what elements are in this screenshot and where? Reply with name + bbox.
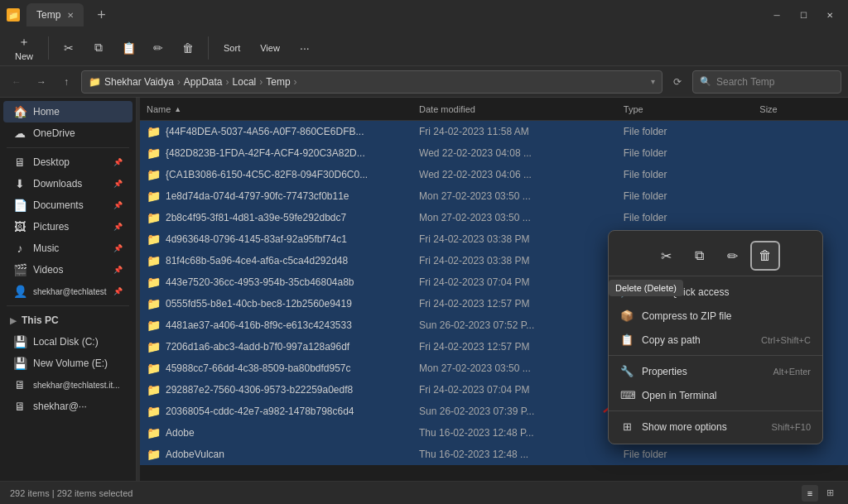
table-row[interactable]: 📁 AdobeVulcan Thu 16-02-2023 12:48 ... F… [140, 444, 848, 465]
ctx-properties-item[interactable]: 🔧 Properties Alt+Enter [609, 359, 822, 383]
up-button[interactable]: ↑ [56, 72, 76, 92]
toolbar-sep-2 [208, 36, 209, 60]
ctx-more-item[interactable]: ⊞ Show more options Shift+F10 [609, 415, 822, 439]
ctx-pin-item[interactable]: 📌 Pin to Quick access [609, 280, 822, 304]
ctx-compress-item[interactable]: 📦 Compress to ZIP file [609, 304, 822, 328]
ctx-copy-path-item[interactable]: 📋 Copy as path Ctrl+Shift+C [609, 328, 822, 352]
file-cell-name: 📁 2b8c4f95-3f81-4d81-a39e-59fe292dbdc7 [147, 211, 419, 224]
window-icon: 📁 [7, 8, 20, 22]
home-label: Home [33, 106, 123, 118]
local-disk-label: Local Disk (C:) [33, 336, 123, 348]
ctx-cut-button[interactable]: ✂ [651, 241, 681, 271]
table-row[interactable]: 📁 2b8c4f95-3f81-4d81-a39e-59fe292dbdc7 M… [140, 207, 848, 228]
ctx-terminal-label: Open in Terminal [642, 390, 811, 401]
ctx-divider [609, 355, 822, 356]
sidebar-this-pc[interactable]: ▶ This PC [0, 310, 136, 331]
ctx-delete-button[interactable]: 🗑 [750, 241, 780, 271]
sidebar-item-desktop[interactable]: 🖥 Desktop 📌 [3, 151, 132, 173]
grid-view-button[interactable]: ⊞ [822, 485, 838, 502]
more-options-button[interactable]: ··· [292, 35, 318, 61]
breadcrumb-appdata[interactable]: AppData [184, 76, 223, 88]
sidebar-item-new-volume[interactable]: 💾 New Volume (E:) [3, 353, 132, 374]
file-cell-name: 📁 45988cc7-66dd-4c38-8509-ba80bdfd957c [147, 362, 419, 375]
ctx-rename-button[interactable]: ✏ [717, 241, 747, 271]
tab-close-icon[interactable]: ✕ [67, 11, 74, 20]
table-row[interactable]: 📁 {482D823B-1FDA-42F4-ACF4-920C3A82D... … [140, 142, 848, 164]
delete-button[interactable]: 🗑 [175, 35, 201, 61]
file-cell-name: 📁 AdobeVulcan [147, 448, 419, 461]
sidebar-item-videos[interactable]: 🎬 Videos 📌 [3, 259, 132, 281]
paste-button[interactable]: 📋 [115, 35, 142, 61]
tab-temp[interactable]: Temp ✕ [26, 3, 84, 26]
ctx-terminal-item[interactable]: ⌨ Open in Terminal [609, 383, 822, 407]
list-view-button[interactable]: ≡ [802, 485, 818, 502]
onedrive-icon: ☁ [13, 127, 26, 140]
ctx-copy-button[interactable]: ⧉ [684, 241, 714, 271]
file-cell-date: Mon 27-02-2023 03:50 ... [419, 190, 624, 202]
view-button[interactable]: View [252, 32, 288, 64]
sidebar-item-shekhar[interactable]: 🖥 shekhar@··· [3, 396, 132, 417]
documents-label: Documents [33, 199, 107, 211]
minimize-button[interactable]: ─ [765, 3, 788, 26]
file-cell-type: File folder [624, 147, 760, 159]
copy-icon: ⧉ [94, 41, 103, 55]
paste-icon: 📋 [122, 41, 136, 55]
refresh-button[interactable]: ⟳ [667, 72, 687, 92]
address-bar[interactable]: 📁 Shekhar Vaidya › AppData › Local › Tem… [81, 70, 662, 94]
new-label: New [15, 51, 33, 61]
maximize-button[interactable]: ☐ [792, 3, 815, 26]
cut-button[interactable]: ✂ [55, 35, 82, 61]
sidebar-item-music[interactable]: ♪ Music 📌 [3, 238, 132, 259]
col-date[interactable]: Date modified [419, 104, 624, 114]
close-button[interactable]: ✕ [818, 3, 841, 26]
downloads-icon: ⬇ [13, 177, 26, 190]
pictures-icon: 🖼 [13, 220, 26, 233]
folder-icon: 📁 [147, 319, 161, 332]
sidebar-item-home[interactable]: 🏠 Home [3, 101, 132, 122]
folder-icon: 📁 [147, 405, 161, 418]
file-cell-date: Sun 26-02-2023 07:39 P... [419, 406, 624, 417]
new-tab-button[interactable]: + [90, 7, 113, 24]
ctx-pin-icon: 📌 [620, 286, 634, 298]
col-type[interactable]: Type [624, 104, 760, 114]
table-row[interactable]: 📁 {CA1B3086-6150-4C5C-82F8-094F30D6C0...… [140, 164, 848, 185]
sidebar-item-local-disk[interactable]: 💾 Local Disk (C:) [3, 331, 132, 353]
ctx-properties-shortcut: Alt+Enter [773, 367, 811, 377]
sort-button[interactable]: Sort [215, 32, 248, 64]
forward-button[interactable]: → [31, 72, 51, 92]
sidebar-item-downloads[interactable]: ⬇ Downloads 📌 [3, 173, 132, 194]
breadcrumb-shekhar[interactable]: Shekhar Vaidya [104, 76, 174, 88]
folder-icon: 📁 [147, 254, 161, 267]
back-button[interactable]: ← [7, 72, 26, 92]
col-name[interactable]: Name ▲ [147, 104, 419, 114]
address-chevron-icon[interactable]: ▾ [651, 77, 655, 86]
table-row[interactable]: 📁 1e8d74da-074d-4797-90fc-77473cf0b11e M… [140, 185, 848, 207]
folder-icon: 📁 [89, 76, 101, 88]
search-icon: 🔍 [700, 76, 711, 87]
sidebar-item-onedrive[interactable]: ☁ OneDrive [3, 122, 132, 144]
status-view-buttons: ≡ ⊞ [802, 485, 838, 502]
downloads-label: Downloads [33, 178, 107, 190]
rename-button[interactable]: ✏ [145, 35, 171, 61]
search-bar[interactable]: 🔍 Search Temp [692, 70, 841, 94]
file-cell-date: Wed 22-02-2023 04:08 ... [419, 147, 624, 159]
folder-icon: 📁 [147, 168, 161, 181]
ctx-copy-path-icon: 📋 [620, 334, 634, 346]
table-row[interactable]: 📁 {44F48DEA-5037-4A56-A0F7-860CE6DFB... … [140, 121, 848, 142]
sidebar-item-techlatest2[interactable]: 🖥 shekhar@techlatest.it... [3, 374, 132, 396]
breadcrumb-local[interactable]: Local [233, 76, 257, 88]
breadcrumb-temp[interactable]: Temp [266, 76, 290, 88]
file-cell-date: Fri 24-02-2023 12:57 PM [419, 298, 624, 310]
new-volume-label: New Volume (E:) [33, 358, 123, 369]
context-menu-icons-row: ✂ ⧉ ✏ 🗑 [609, 236, 822, 276]
file-cell-name: 📁 1e8d74da-074d-4797-90fc-77473cf0b11e [147, 190, 419, 203]
col-size[interactable]: Size [759, 104, 841, 114]
copy-button[interactable]: ⧉ [85, 35, 112, 61]
file-cell-date: Thu 16-02-2023 12:48 P... [419, 427, 624, 439]
sidebar-item-pictures[interactable]: 🖼 Pictures 📌 [3, 216, 132, 238]
sidebar-item-techlatest[interactable]: 👤 shekhar@techlatest 📌 [3, 281, 132, 302]
sidebar-item-documents[interactable]: 📄 Documents 📌 [3, 194, 132, 216]
new-button[interactable]: ＋ New [7, 32, 41, 64]
rename-icon: ✏ [153, 41, 163, 55]
ctx-more-label: Show more options [642, 421, 764, 433]
